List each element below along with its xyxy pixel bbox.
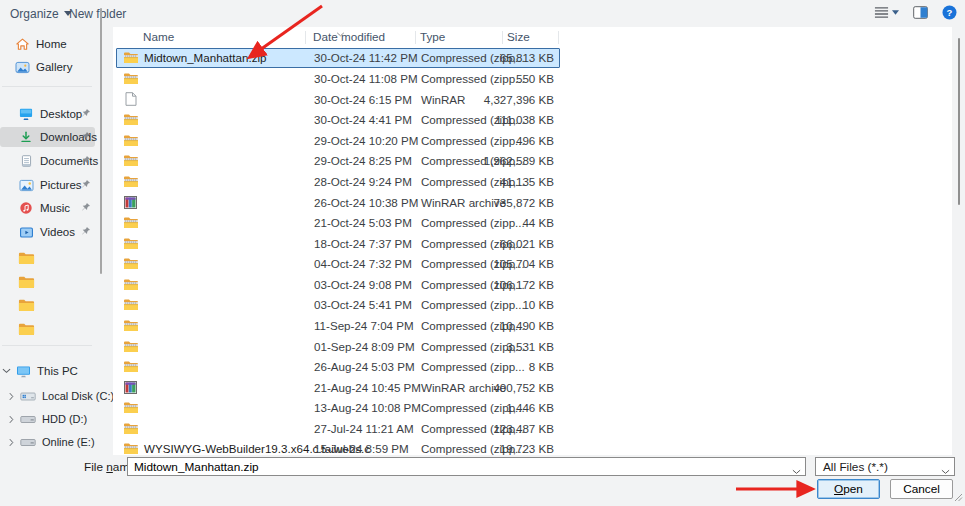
zip-folder-icon xyxy=(123,257,139,270)
sidebar-item-this-pc[interactable]: This PC xyxy=(0,361,95,381)
column-header-name[interactable]: Name xyxy=(143,30,174,43)
sidebar-divider xyxy=(2,345,92,346)
file-size: 105,704 KB xyxy=(466,254,554,273)
winrar-archive-icon xyxy=(124,381,137,394)
table-row[interactable]: 27-Jul-24 11:21 AM Compressed (zipp... 1… xyxy=(116,418,560,439)
table-row[interactable]: WYSIWYG-WebBuilder19.3.x64.c.taiwebs.c 1… xyxy=(116,439,560,455)
file-size: 19,723 KB xyxy=(466,440,554,455)
sidebar-item-hdd-d[interactable]: HDD (D:) xyxy=(0,409,95,429)
file-date-modified: 04-Oct-24 7:32 PM xyxy=(314,254,412,273)
chevron-right-icon[interactable] xyxy=(9,438,14,447)
sidebar-item-folder[interactable] xyxy=(0,272,95,292)
zip-folder-icon xyxy=(123,175,139,188)
table-row[interactable]: 03-Oct-24 9:08 PM Compressed (zipp... 10… xyxy=(116,274,560,295)
organize-button[interactable]: Organize xyxy=(10,4,72,23)
pin-icon[interactable] xyxy=(81,108,91,118)
file-type-dropdown[interactable]: All Files (*.*) xyxy=(815,457,955,476)
pin-icon[interactable] xyxy=(81,131,91,141)
file-type-icon-slot xyxy=(122,319,139,332)
list-scrollbar-thumb[interactable] xyxy=(958,38,960,205)
file-size: 111,038 KB xyxy=(466,110,554,129)
sidebar-item-folder[interactable] xyxy=(0,248,95,268)
sidebar-item-label: Desktop xyxy=(40,108,82,120)
sidebar-item-label: Home xyxy=(36,38,67,50)
sidebar-item-downloads[interactable]: Downloads xyxy=(0,127,95,147)
file-type-icon-slot xyxy=(122,154,139,167)
view-options-button[interactable] xyxy=(874,6,899,19)
table-row[interactable]: 26-Oct-24 10:38 PM WinRAR archive 735,87… xyxy=(116,192,560,213)
new-folder-label: New folder xyxy=(69,7,126,21)
column-separator[interactable] xyxy=(415,31,416,44)
pin-icon[interactable] xyxy=(81,179,91,189)
sidebar-item-folder[interactable] xyxy=(0,319,95,339)
file-size: 65,813 KB xyxy=(466,49,554,68)
file-size: 1,962,589 KB xyxy=(466,152,554,171)
hdd-icon xyxy=(19,415,37,424)
file-date-modified: 18-Oct-24 7:37 PM xyxy=(314,234,412,253)
sidebar-item-label: HDD (D:) xyxy=(42,413,87,425)
list-scrollbar-track[interactable] xyxy=(952,27,965,455)
folder-icon xyxy=(17,251,35,265)
sidebar-item-online-e[interactable]: Online (E:) xyxy=(0,432,95,452)
sidebar-item-label: This PC xyxy=(37,365,78,377)
table-row[interactable]: 13-Aug-24 10:08 PM Compressed (zipp... 1… xyxy=(116,398,560,419)
sidebar-item-desktop[interactable]: Desktop xyxy=(0,104,95,124)
table-row[interactable]: 26-Aug-24 5:03 PM Compressed (zipp... 8 … xyxy=(116,356,560,377)
table-row[interactable]: 30-Oct-24 4:41 PM Compressed (zipp... 11… xyxy=(116,109,560,130)
sidebar-item-label: Local Disk (C:) xyxy=(42,390,114,402)
file-date-modified: 01-Sep-24 8:09 PM xyxy=(314,337,415,356)
table-row[interactable]: 30-Oct-24 6:15 PM WinRAR 4,327,396 KB xyxy=(116,89,560,110)
file-name-input[interactable] xyxy=(128,458,805,475)
table-row[interactable]: 03-Oct-24 5:41 PM Compressed (zipp... 10… xyxy=(116,295,560,316)
dialog-footer: File name: All Files (*.*) Open Cancel xyxy=(0,455,965,506)
table-row[interactable]: 01-Sep-24 8:09 PM Compressed (zipp... 3,… xyxy=(116,336,560,357)
file-date-modified: 28-Oct-24 9:24 PM xyxy=(314,172,412,191)
file-size: 550 KB xyxy=(466,69,554,88)
column-header-type[interactable]: Type xyxy=(420,30,445,43)
table-row[interactable]: 18-Oct-24 7:37 PM Compressed (zipp... 66… xyxy=(116,233,560,254)
sidebar-item-gallery[interactable]: Gallery xyxy=(0,57,95,77)
chevron-down-icon[interactable] xyxy=(2,368,11,374)
column-header-size[interactable]: Size xyxy=(507,30,530,43)
sidebar-item-local-disk-c[interactable]: Local Disk (C:) xyxy=(0,386,95,406)
table-row[interactable]: Midtown_Manhattan.zip 30-Oct-24 11:42 PM… xyxy=(116,48,560,69)
file-name-combobox xyxy=(127,457,806,476)
pin-icon[interactable] xyxy=(81,202,91,212)
chevron-down-icon[interactable] xyxy=(792,464,801,478)
table-row[interactable]: 21-Oct-24 5:03 PM Compressed (zipp... 44… xyxy=(116,212,560,233)
help-button[interactable]: ? xyxy=(942,5,957,20)
table-row[interactable]: 29-Oct-24 10:20 PM Compressed (zipp... 4… xyxy=(116,130,560,151)
sidebar-item-label: Music xyxy=(40,202,70,214)
winrar-archive-icon xyxy=(124,196,137,209)
column-separator[interactable] xyxy=(558,31,559,44)
sort-indicator-icon xyxy=(336,27,345,40)
new-folder-button[interactable]: New folder xyxy=(69,4,126,23)
table-row[interactable]: 11-Sep-24 7:04 PM Compressed (zipp... 10… xyxy=(116,315,560,336)
chevron-right-icon[interactable] xyxy=(9,415,14,424)
sidebar-scrollbar[interactable] xyxy=(100,8,102,274)
sidebar-item-folder[interactable] xyxy=(0,295,95,315)
table-row[interactable]: 04-Oct-24 7:32 PM Compressed (zipp... 10… xyxy=(116,253,560,274)
file-size: 10 KB xyxy=(466,296,554,315)
pin-icon[interactable] xyxy=(81,226,91,236)
column-separator[interactable] xyxy=(502,31,503,44)
table-row[interactable]: 28-Oct-24 9:24 PM Compressed (zipp... 41… xyxy=(116,171,560,192)
table-row[interactable]: 30-Oct-24 11:08 PM Compressed (zipp... 5… xyxy=(116,68,560,89)
file-type-icon-slot xyxy=(122,381,139,394)
sidebar-item-documents[interactable]: Documents xyxy=(0,151,95,171)
resize-grip[interactable] xyxy=(953,491,963,505)
cancel-button[interactable]: Cancel xyxy=(890,479,953,499)
sidebar-item-videos[interactable]: Videos xyxy=(0,222,95,242)
column-header-date-modified[interactable]: Date modified xyxy=(313,30,385,43)
table-row[interactable]: 29-Oct-24 8:25 PM Compressed (zipp... 1,… xyxy=(116,151,560,172)
pin-icon[interactable] xyxy=(81,155,91,165)
sidebar-item-home[interactable]: Home xyxy=(0,34,95,54)
sidebar-item-pictures[interactable]: Pictures xyxy=(0,175,95,195)
zip-folder-icon xyxy=(123,401,139,414)
column-separator[interactable] xyxy=(305,31,306,44)
preview-pane-button[interactable] xyxy=(913,6,928,19)
chevron-right-icon[interactable] xyxy=(9,392,14,401)
open-button[interactable]: Open xyxy=(817,479,880,499)
table-row[interactable]: 21-Aug-24 10:45 PM WinRAR archive 400,75… xyxy=(116,377,560,398)
sidebar-item-music[interactable]: Music xyxy=(0,198,95,218)
